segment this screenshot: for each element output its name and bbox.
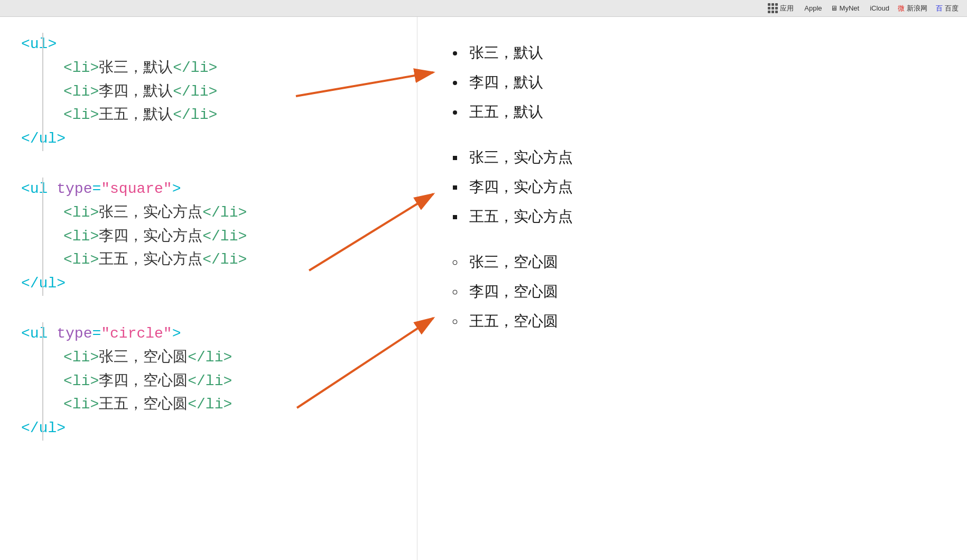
preview-disc-item-2: 李四，默认	[465, 68, 935, 97]
ul-circle-close-tag: </ul>	[21, 417, 396, 441]
apple-nav-item[interactable]: Apple	[802, 4, 822, 12]
browser-bar: 应用 Apple 🖥 MyNet iCloud 微 新浪网 百 百度	[0, 0, 967, 17]
sina-nav-item[interactable]: 微 新浪网	[898, 4, 927, 13]
preview-ul-circle: 张三，空心圆 李四，空心圆 王五，空心圆	[465, 247, 935, 336]
preview-circle-item-2: 李四，空心圆	[465, 277, 935, 306]
main-content: <ul> <li>张三，默认</li> <li>李四，默认</li> <li>王…	[0, 17, 967, 560]
ul-items-square: <li>张三，实心方点</li> <li>李四，实心方点</li> <li>王五…	[21, 201, 396, 272]
ul-open-tag: <ul>	[21, 33, 396, 57]
preview-ul-square: 张三，实心方点 李四，实心方点 王五，实心方点	[465, 143, 935, 231]
li-sq-item-2: <li>李四，实心方点</li>	[63, 225, 396, 249]
code-panel: <ul> <li>张三，默认</li> <li>李四，默认</li> <li>王…	[0, 17, 417, 560]
mynet-icon: 🖥	[831, 4, 838, 12]
code-block-ul-circle: <ul type="circle"> <li>张三，空心圆</li> <li>李…	[21, 322, 396, 441]
code-block-ul-default: <ul> <li>张三，默认</li> <li>李四，默认</li> <li>王…	[21, 33, 396, 151]
preview-square-item-2: 李四，实心方点	[465, 172, 935, 202]
ul-square-close-tag: </ul>	[21, 272, 396, 296]
ul-close-tag: </ul>	[21, 127, 396, 151]
ul-circle-open-tag: <ul type="circle">	[21, 322, 396, 346]
li-item-1: <li>张三，默认</li>	[63, 57, 396, 80]
icloud-nav-item[interactable]: iCloud	[868, 4, 889, 12]
mynet-label: MyNet	[840, 4, 860, 12]
li-item-2: <li>李四，默认</li>	[63, 80, 396, 104]
li-item-3: <li>王五，默认</li>	[63, 104, 396, 127]
baidu-nav-item[interactable]: 百 百度	[936, 4, 959, 13]
ul-items-default: <li>张三，默认</li> <li>李四，默认</li> <li>王五，默认<…	[21, 57, 396, 127]
mynet-nav-item[interactable]: 🖥 MyNet	[831, 4, 860, 12]
apps-nav-item[interactable]: 应用	[768, 3, 794, 13]
apps-icon	[768, 3, 778, 13]
ul-square-open-tag: <ul type="square">	[21, 178, 396, 201]
preview-square-item-1: 张三，实心方点	[465, 143, 935, 172]
preview-square-section: 张三，实心方点 李四，实心方点 王五，实心方点	[449, 143, 935, 231]
preview-ul-disc: 张三，默认 李四，默认 王五，默认	[465, 38, 935, 127]
preview-disc-item-3: 王五，默认	[465, 97, 935, 127]
icloud-label: iCloud	[870, 4, 889, 12]
preview-circle-item-1: 张三，空心圆	[465, 247, 935, 277]
preview-circle-section: 张三，空心圆 李四，空心圆 王五，空心圆	[449, 247, 935, 336]
baidu-icon: 百	[936, 4, 943, 13]
preview-panel: 张三，默认 李四，默认 王五，默认 张三，实心方点 李四，实心方点 王五，实心方…	[417, 17, 967, 560]
preview-disc-item-1: 张三，默认	[465, 38, 935, 68]
preview-disc-section: 张三，默认 李四，默认 王五，默认	[449, 38, 935, 127]
sina-label: 新浪网	[907, 4, 927, 13]
apps-label: 应用	[780, 4, 794, 13]
li-ci-item-2: <li>李四，空心圆</li>	[63, 370, 396, 394]
li-sq-item-1: <li>张三，实心方点</li>	[63, 201, 396, 225]
code-block-ul-square: <ul type="square"> <li>张三，实心方点</li> <li>…	[21, 178, 396, 296]
ul-items-circle: <li>张三，空心圆</li> <li>李四，空心圆</li> <li>王五，空…	[21, 346, 396, 417]
li-sq-item-3: <li>王五，实心方点</li>	[63, 248, 396, 272]
apple-label: Apple	[804, 4, 822, 12]
preview-circle-item-3: 王五，空心圆	[465, 306, 935, 336]
li-ci-item-1: <li>张三，空心圆</li>	[63, 346, 396, 370]
preview-content: 张三，默认 李四，默认 王五，默认 张三，实心方点 李四，实心方点 王五，实心方…	[417, 17, 967, 560]
baidu-label: 百度	[945, 4, 959, 13]
li-ci-item-3: <li>王五，空心圆</li>	[63, 393, 396, 417]
sina-icon: 微	[898, 4, 905, 13]
preview-square-item-3: 王五，实心方点	[465, 202, 935, 231]
